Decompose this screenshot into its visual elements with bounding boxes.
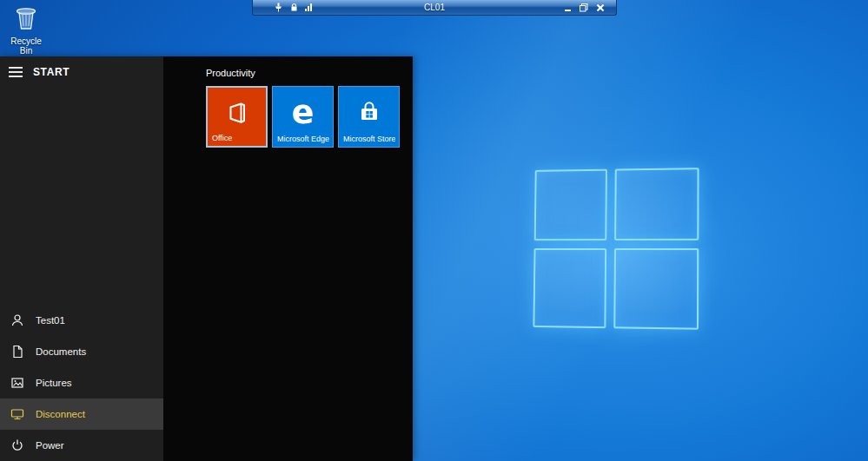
tile-label: Office <box>212 134 262 142</box>
tile-label: Microsoft Edge <box>277 135 329 143</box>
windows-logo-pane <box>533 248 606 328</box>
tile-group-title[interactable]: Productivity <box>206 68 413 78</box>
recycle-bin-glyph <box>13 3 39 31</box>
signal-icon <box>305 3 312 11</box>
store-logo-icon <box>339 95 399 129</box>
start-menu: START Test01 Documents <box>0 56 413 461</box>
desktop-background[interactable]: CL01 Recycle Bin START <box>0 0 868 461</box>
start-item-disconnect[interactable]: Disconnect <box>0 398 163 430</box>
start-item-label: Documents <box>36 346 86 357</box>
close-button[interactable] <box>593 2 607 13</box>
user-icon <box>10 313 24 327</box>
start-item-user[interactable]: Test01 <box>0 305 163 336</box>
minimize-icon <box>565 10 571 11</box>
recycle-bin-label: Recycle Bin <box>3 36 49 56</box>
connection-status-icons <box>253 3 312 12</box>
start-item-documents[interactable]: Documents <box>0 336 163 367</box>
disconnect-icon <box>10 407 24 421</box>
power-icon <box>10 438 24 452</box>
start-menu-rail: START Test01 Documents <box>0 56 163 461</box>
start-item-label: Pictures <box>36 378 72 388</box>
start-item-power[interactable]: Power <box>0 430 163 461</box>
start-menu-title: START <box>33 66 70 78</box>
lock-icon <box>289 3 299 12</box>
windows-logo-pane <box>613 248 699 329</box>
pictures-icon <box>10 376 24 390</box>
tile-microsoft-store[interactable]: Microsoft Store <box>338 86 400 148</box>
start-menu-tiles-panel: Productivity Office e Microsoft Ed <box>163 56 413 461</box>
hamburger-menu-button[interactable] <box>9 67 23 77</box>
tile-microsoft-edge[interactable]: e Microsoft Edge <box>272 86 334 148</box>
windows-logo-pane <box>614 168 699 240</box>
pin-icon[interactable] <box>274 3 283 12</box>
restore-icon <box>580 3 588 12</box>
recycle-bin-icon[interactable]: Recycle Bin <box>3 3 49 56</box>
windows-logo <box>533 168 699 330</box>
close-icon <box>596 3 605 12</box>
restore-button[interactable] <box>577 2 591 13</box>
tile-label: Microsoft Store <box>343 135 395 143</box>
start-item-label: Power <box>36 440 64 451</box>
minimize-button[interactable] <box>560 2 574 13</box>
start-item-pictures[interactable]: Pictures <box>0 367 163 398</box>
office-logo-icon <box>208 95 266 130</box>
start-item-label: Test01 <box>36 315 65 326</box>
edge-logo-icon: e <box>273 95 333 129</box>
windows-logo-pane <box>534 169 607 241</box>
tile-office[interactable]: Office <box>206 86 268 148</box>
rdp-connection-bar[interactable]: CL01 <box>252 0 617 16</box>
start-item-label: Disconnect <box>36 409 85 419</box>
document-icon <box>10 345 24 359</box>
